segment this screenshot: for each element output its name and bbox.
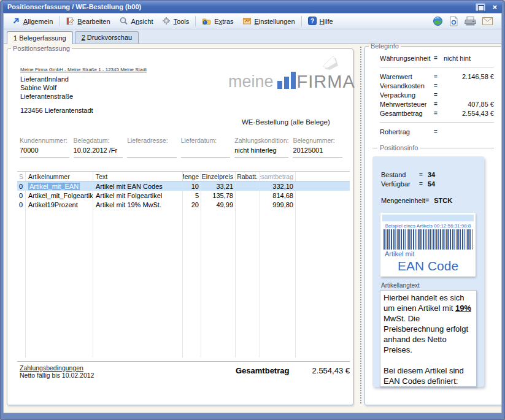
tab-belegerfassung[interactable]: 1 Belegerfassung — [7, 31, 73, 44]
beleginfo-panel: Beleginfo Währungseinheit = nicht hint W… — [364, 42, 502, 405]
document-title: WE-Bestellung (alle Belege) — [242, 118, 330, 126]
beleginfo-legend: Beleginfo — [369, 42, 401, 50]
menu-einstellungen[interactable]: Einstellungen — [238, 15, 299, 28]
menu-separator — [195, 16, 196, 26]
info-row-verpackung: Verpackung = — [380, 90, 494, 99]
equals-glyph: = — [434, 82, 444, 89]
tools-icon — [162, 17, 171, 26]
positionsinfo-legend: Positionsinfo — [372, 144, 494, 151]
tab-druckvorschau[interactable]: 2 Druckvorschau — [75, 31, 139, 44]
artikellangtext-box[interactable]: Hierbei handelt es sich um einen Artikel… — [380, 290, 477, 387]
document-icon[interactable] — [449, 16, 458, 26]
help-icon: ? — [308, 17, 317, 26]
info-row-versandkosten: Versandkosten = — [380, 81, 494, 90]
field-belegnummer[interactable]: Belegnummer: 20125001 — [293, 137, 342, 158]
equals-glyph: = — [419, 171, 428, 178]
equals-glyph: = — [434, 91, 444, 98]
page-fold-icon — [323, 56, 339, 73]
title-bar: Positionserfassung / WE-Bestellung (b00)… — [3, 1, 502, 13]
recipient-city: 123456 Lieferantenstadt — [20, 107, 93, 114]
equals-glyph: = — [434, 73, 444, 80]
info-row-warenwert: Warenwert = 2.146,58 € — [380, 72, 494, 81]
menu-bearbeiten[interactable]: Bearbeiten — [61, 15, 114, 28]
arrow-icon — [12, 17, 20, 26]
field-lieferdatum[interactable]: Lieferdatum: — [181, 137, 231, 158]
svg-text:?: ? — [310, 18, 314, 25]
panel-splitter[interactable] — [360, 47, 361, 403]
selected-cell: Artikel_mit_EAN — [28, 183, 80, 190]
ean-code-title: EAN Code — [382, 259, 474, 273]
info-row-rohertrag: Rohertrag = — [380, 127, 494, 136]
barcode-header-strip — [382, 215, 474, 221]
recipient-address: LieferantInnland Sabine Wolf Lieferanten… — [20, 75, 73, 101]
info-row-waehrungseinheit: Währungseinheit = nicht hint — [380, 53, 494, 63]
pos-row-bestand: Bestand = 34 — [372, 170, 484, 179]
extras-icon — [202, 17, 211, 26]
field-lieferadresse[interactable]: Lieferadresse: — [127, 137, 177, 158]
toolbar-right — [433, 16, 498, 26]
ean-barcode-card: Beispiel eines Artikels 00:12:56:31:98:8… — [380, 213, 476, 277]
view-icon — [119, 17, 128, 26]
positions-table: S Artikelnummer Text Menge Einzelpreis R… — [17, 171, 350, 357]
logo-bars-icon — [277, 72, 296, 89]
field-zahlungskondition[interactable]: Zahlungskondition: nicht hinterleg — [234, 137, 288, 158]
field-kundennummer[interactable]: Kundennummer: 70000 — [20, 137, 69, 158]
menu-tools[interactable]: Tools — [158, 15, 194, 28]
total-value: 2.554,43 € — [282, 366, 350, 375]
positionsinfo-panel: Bestand = 34 Verfügbar = 54 Mengeneinhei… — [372, 156, 484, 387]
globe-icon[interactable] — [433, 16, 443, 26]
restore-icon[interactable] — [476, 3, 485, 11]
table-row[interactable]: 0 Artikel_mit_Folgeartikel Artikel mit F… — [17, 191, 350, 200]
close-icon[interactable]: × — [490, 3, 499, 11]
menu-separator — [301, 16, 302, 26]
menu-bar: Allgemein Bearbeiten Ansicht Tools — [4, 13, 501, 29]
positionserfassung-panel: Positionserfassung Meine Firma GmbH - Me… — [7, 45, 353, 405]
equals-glyph: = — [434, 110, 444, 116]
table-header: S Artikelnummer Text Menge Einzelpreis R… — [17, 171, 350, 181]
field-belegdatum[interactable]: Belegdatum: 10.02.2012 /Fr — [74, 137, 123, 158]
pos-row-verfuegbar: Verfügbar = 54 — [372, 179, 484, 188]
barcode-caption: Beispiel eines Artikels 00:12:56:31:98:8 — [382, 223, 474, 229]
table-row[interactable]: 0 Artikel19Prozent Artikel mit 19% MwSt.… — [17, 200, 350, 209]
content-area: Positionserfassung Meine Firma GmbH - Me… — [4, 44, 501, 413]
settings-icon — [242, 17, 252, 26]
sender-line: Meine Firma GmbH - Meine Straße 1 - 1234… — [20, 67, 147, 72]
artikellangtext-label: Artikellangtext — [381, 282, 484, 289]
menu-ansicht[interactable]: Ansicht — [115, 15, 158, 28]
payment-terms: Zahlungsbedingungen Netto fällig bis 10.… — [20, 364, 94, 379]
equals-glyph: = — [419, 180, 428, 187]
document-preview: Meine Firma GmbH - Meine Straße 1 - 1234… — [7, 45, 353, 405]
window-body: Allgemein Bearbeiten Ansicht Tools — [3, 13, 502, 413]
menu-separator — [59, 16, 60, 26]
equals-glyph: = — [434, 101, 444, 107]
menu-extras[interactable]: Extras — [198, 15, 237, 28]
edit-icon — [66, 17, 74, 26]
menu-allgemein[interactable]: Allgemein — [7, 15, 57, 28]
app-window: Positionserfassung / WE-Bestellung (b00)… — [0, 0, 505, 420]
equals-glyph: = — [425, 197, 434, 204]
header-fields: Kundennummer: 70000 Belegdatum: 10.02.20… — [20, 137, 342, 158]
menu-hilfe[interactable]: ? Hilfe — [304, 15, 337, 28]
divider — [380, 122, 494, 123]
mail-icon[interactable] — [482, 17, 493, 25]
info-row-mehrwertsteuer: Mehrwertsteuer = 407,85 € — [380, 99, 494, 109]
printer-icon[interactable] — [465, 16, 476, 26]
footer-divider — [17, 361, 350, 362]
table-empty-area[interactable] — [17, 209, 350, 357]
barcode-icon — [384, 229, 472, 250]
info-row-gesamtbetrag: Gesamtbetrag = 2.554,43 € — [380, 109, 494, 118]
equals-glyph: = — [434, 55, 444, 61]
window-title: Positionserfassung / WE-Bestellung (b00) — [7, 3, 141, 10]
pos-row-mengeneinheit: Mengeneinheit = STCK — [372, 196, 484, 205]
total-label: Gesamtbetrag — [236, 366, 289, 375]
table-row[interactable]: 0 Artikel_mit_EAN Artikel mit EAN Codes … — [17, 181, 350, 191]
company-logo: meine FIRMA — [228, 72, 355, 89]
divider — [380, 67, 494, 67]
equals-glyph: = — [434, 128, 444, 135]
